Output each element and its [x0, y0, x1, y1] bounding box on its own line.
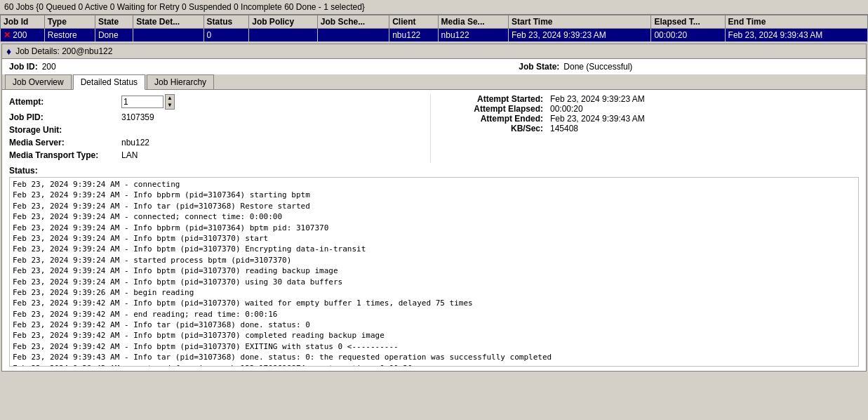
- media-transport-value: LAN: [121, 150, 430, 160]
- status-log-line: Feb 23, 2024 9:39:42 AM - Info bptm (pid…: [13, 298, 855, 308]
- status-log-line: Feb 23, 2024 9:39:42 AM - end reading; r…: [13, 309, 855, 320]
- table-cell-6: [317, 29, 389, 42]
- kb-sec-value: 145408: [550, 124, 578, 133]
- col-header-type[interactable]: Type: [44, 15, 95, 29]
- status-log-line: Feb 23, 2024 9:39:42 AM - Info bptm (pid…: [13, 330, 855, 341]
- tabs-bar: Job Overview Detailed Status Job Hierarc…: [2, 74, 866, 90]
- attempt-ended-label: Attempt Ended:: [438, 114, 550, 124]
- left-col: Attempt: ▲ ▼ Job PID: 3107359: [9, 94, 430, 163]
- table-cell-0: ✕ 200: [1, 29, 45, 42]
- attempt-ended-value: Feb 23, 2024 9:39:43 AM: [550, 114, 645, 124]
- status-log-line: Feb 23, 2024 9:39:24 AM - Info bptm (pid…: [13, 265, 855, 276]
- status-log-line: Feb 23, 2024 9:39:24 AM - Info bpbrm (pi…: [13, 223, 855, 233]
- status-log-line: Feb 23, 2024 9:39:26 AM - begin reading: [13, 287, 855, 298]
- table-cell-8: nbu122: [438, 29, 508, 42]
- attempt-input[interactable]: [121, 96, 163, 108]
- status-log-line: Feb 23, 2024 9:39:42 AM - Info bptm (pid…: [13, 341, 855, 352]
- attempt-spinner[interactable]: ▲ ▼: [165, 94, 175, 110]
- attempt-controls: ▲ ▼: [121, 94, 175, 110]
- status-log-line: Feb 23, 2024 9:39:43 AM - restored from …: [13, 363, 855, 367]
- col-header-media-se[interactable]: Media Se...: [438, 15, 508, 29]
- spin-down-icon[interactable]: ▼: [166, 102, 174, 109]
- status-log-line: Feb 23, 2024 9:39:24 AM - connected; con…: [13, 211, 855, 222]
- col-header-state[interactable]: State: [95, 15, 133, 29]
- attempt-elapsed-row: Attempt Elapsed: 00:00:20: [438, 104, 859, 114]
- status-label: Status:: [9, 166, 859, 176]
- attempt-started-label: Attempt Started:: [438, 94, 550, 104]
- table-row[interactable]: ✕ 200RestoreDone0nbu122nbu122Feb 23, 202…: [1, 29, 868, 42]
- status-log-line: Feb 23, 2024 9:39:24 AM - connecting: [13, 179, 855, 190]
- storage-unit-label: Storage Unit:: [9, 125, 121, 135]
- job-state-value: Done (Successful): [563, 62, 632, 72]
- attempt-ended-row: Attempt Ended: Feb 23, 2024 9:39:43 AM: [438, 114, 859, 124]
- attempt-started-value: Feb 23, 2024 9:39:23 AM: [550, 94, 645, 104]
- col-header-state-det[interactable]: State Det...: [133, 15, 203, 29]
- tab-job-hierarchy[interactable]: Job Hierarchy: [147, 74, 214, 89]
- table-cell-4: 0: [203, 29, 249, 42]
- tab-job-overview[interactable]: Job Overview: [5, 74, 72, 89]
- cancel-icon: ✕: [4, 30, 11, 40]
- title-bar: 60 Jobs {0 Queued 0 Active 0 Waiting for…: [0, 0, 868, 15]
- status-log-line: Feb 23, 2024 9:39:24 AM - started proces…: [13, 255, 855, 265]
- attempt-label: Attempt:: [9, 97, 121, 107]
- jobs-table: Job Id Type State State Det... Status Jo…: [0, 15, 868, 42]
- job-info-row: Job ID: 200 Job State: Done (Successful): [2, 59, 866, 74]
- table-cell-2: Done: [95, 29, 133, 42]
- job-id-label: Job ID:: [9, 62, 38, 72]
- table-cell-7: nbu122: [389, 29, 438, 42]
- job-details-panel: ♦ Job Details: 200@nbu122 Job ID: 200 Jo…: [1, 44, 867, 372]
- media-transport-row: Media Transport Type: LAN: [9, 150, 430, 160]
- storage-unit-row: Storage Unit:: [9, 125, 430, 135]
- col-header-job-id[interactable]: Job Id: [1, 15, 45, 29]
- media-server-label: Media Server:: [9, 138, 121, 147]
- job-id-section: Job ID: 200: [9, 62, 293, 72]
- attempt-row: Attempt: ▲ ▼: [9, 94, 430, 110]
- col-header-start-time[interactable]: Start Time: [509, 15, 651, 29]
- job-pid-label: Job PID:: [9, 112, 121, 122]
- job-id-value: 200: [42, 62, 56, 72]
- table-header-row: Job Id Type State State Det... Status Jo…: [1, 15, 868, 29]
- attempt-started-row: Attempt Started: Feb 23, 2024 9:39:23 AM: [438, 94, 859, 104]
- status-log-line: Feb 23, 2024 9:39:42 AM - Info tar (pid=…: [13, 320, 855, 330]
- col-header-elapsed-t[interactable]: Elapsed T...: [651, 15, 725, 29]
- status-section: Status: Feb 23, 2024 9:39:24 AM - connec…: [9, 166, 859, 367]
- job-details-icon: ♦: [6, 46, 11, 57]
- job-pid-value: 3107359: [121, 112, 430, 122]
- col-header-job-sche[interactable]: Job Sche...: [317, 15, 389, 29]
- attempt-elapsed-label: Attempt Elapsed:: [438, 104, 550, 114]
- table-cell-10: 00:00:20: [651, 29, 725, 42]
- kb-sec-row: KB/Sec: 145408: [438, 124, 859, 133]
- media-transport-label: Media Transport Type:: [9, 150, 121, 160]
- media-server-value: nbu122: [121, 138, 430, 147]
- tab-detailed-status[interactable]: Detailed Status: [73, 74, 145, 90]
- job-pid-row: Job PID: 3107359: [9, 112, 430, 122]
- job-details-header: ♦ Job Details: 200@nbu122: [2, 44, 866, 59]
- table-cell-9: Feb 23, 2024 9:39:23 AM: [509, 29, 651, 42]
- status-log-line: Feb 23, 2024 9:39:24 AM - Info bptm (pid…: [13, 233, 855, 244]
- spin-up-icon[interactable]: ▲: [166, 95, 174, 102]
- table-cell-11: Feb 23, 2024 9:39:43 AM: [725, 29, 867, 42]
- col-header-end-time[interactable]: End Time: [725, 15, 867, 29]
- title-text: 60 Jobs {0 Queued 0 Active 0 Waiting for…: [4, 2, 365, 12]
- status-log-line: Feb 23, 2024 9:39:24 AM - Info tar (pid=…: [13, 201, 855, 211]
- status-log-line: Feb 23, 2024 9:39:24 AM - Info bpbrm (pi…: [13, 190, 855, 200]
- table-cell-3: [133, 29, 203, 42]
- col-header-client[interactable]: Client: [389, 15, 438, 29]
- kb-sec-label: KB/Sec:: [438, 124, 550, 133]
- details-content: Attempt: ▲ ▼ Job PID: 3107359: [2, 90, 866, 371]
- col-header-job-policy[interactable]: Job Policy: [249, 15, 318, 29]
- attempt-elapsed-value: 00:00:20: [550, 104, 583, 114]
- table-cell-5: [249, 29, 318, 42]
- jobs-table-container: Job Id Type State State Det... Status Jo…: [0, 15, 868, 42]
- col-header-status[interactable]: Status: [203, 15, 249, 29]
- table-cell-1: Restore: [44, 29, 95, 42]
- job-details-title: Job Details: 200@nbu122: [15, 46, 112, 56]
- status-log-line: Feb 23, 2024 9:39:43 AM - Info tar (pid=…: [13, 352, 855, 362]
- right-col: Attempt Started: Feb 23, 2024 9:39:23 AM…: [430, 94, 859, 163]
- job-state-label: Job State:: [519, 62, 559, 72]
- status-log-line: Feb 23, 2024 9:39:24 AM - Info bptm (pid…: [13, 244, 855, 254]
- status-log[interactable]: Feb 23, 2024 9:39:24 AM - connectingFeb …: [9, 177, 859, 367]
- media-server-row: Media Server: nbu122: [9, 138, 430, 147]
- two-column-fields: Attempt: ▲ ▼ Job PID: 3107359: [9, 94, 859, 163]
- status-log-line: Feb 23, 2024 9:39:24 AM - Info bptm (pid…: [13, 277, 855, 287]
